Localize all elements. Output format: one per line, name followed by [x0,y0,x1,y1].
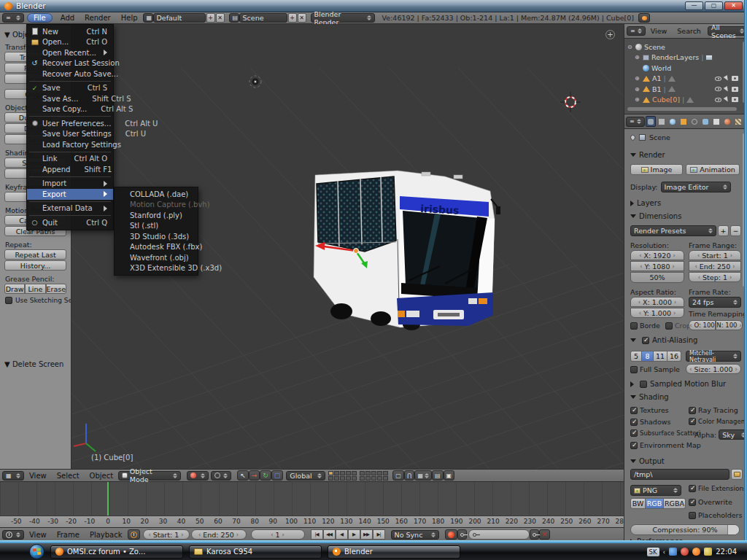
pivot-select[interactable] [211,471,231,481]
output-path-field[interactable]: /tmp\ [630,469,729,480]
frame-rate-select[interactable]: 24 fps [689,297,741,308]
delete-keyframe-button[interactable]: ✕ [539,529,551,540]
viewport-editor-selector[interactable]: ▦ [2,471,24,481]
tool-button-erase[interactable]: Erase [46,284,66,294]
alpha-select[interactable]: Sky [719,429,747,440]
menu-item-recover-auto-save[interactable]: Recover Auto Save... [27,69,113,79]
layer-toggle[interactable] [340,471,345,475]
manipulator-arrow-toggle[interactable]: → [249,470,260,481]
expander-icon[interactable]: ⊕ [635,96,640,103]
subsurface-checkbox[interactable] [630,429,638,437]
aa-samples-8-button[interactable]: 8 [642,351,654,362]
outliner-filter-select[interactable]: All Scenes [708,26,747,36]
snap-magnet-toggle[interactable]: U [404,470,415,481]
menu-item-open-recent[interactable]: Open Recent... [27,47,113,58]
outliner-menu-search[interactable]: Search [677,27,701,35]
menu-item-collada-dae[interactable]: COLLADA (.dae) [115,189,198,200]
expander-icon[interactable]: ⊖ [627,44,633,50]
play-reverse-icon[interactable]: ◀ [336,529,348,540]
tab-scene[interactable] [657,116,667,127]
layer-toggle[interactable] [377,476,382,481]
layer-toggle[interactable] [365,471,371,475]
editor-type-selector[interactable]: ≡ [2,13,24,23]
visibility-eye-icon[interactable] [715,87,721,91]
screen-browse-button[interactable]: ▦ [143,13,153,23]
layer-toggle[interactable] [346,476,351,481]
viewport-menu-object[interactable]: Object [90,472,114,480]
snap-mode-select[interactable]: ▦ [414,470,432,481]
menu-file[interactable]: File [27,13,53,23]
layer-toggle[interactable] [365,476,371,481]
layer-toggle[interactable] [360,471,365,475]
timeline-editor-selector[interactable] [2,530,24,540]
prev-keyframe-icon[interactable]: ◀◀ [323,529,336,540]
taskbar-item-blender[interactable]: Blender [328,545,460,559]
render-animation-button[interactable]: Animation [686,164,740,175]
layers-grid-2[interactable] [360,471,388,481]
layer-toggle[interactable] [383,471,388,475]
close-button[interactable]: ✕ [724,1,743,10]
visibility-eye-icon[interactable] [715,98,721,102]
insert-keyframe-button[interactable] [530,529,539,540]
layers-grid-1[interactable] [328,471,357,481]
current-frame-field[interactable]: ‹1› [251,529,305,540]
tab-constraints[interactable] [689,116,700,127]
render-presets-select[interactable]: Render Presets [630,225,716,236]
add-screen-button[interactable]: + [206,13,215,23]
layer-toggle[interactable] [346,471,351,475]
tray-antivirus-icon[interactable] [681,548,689,556]
pin-icon[interactable] [630,134,637,141]
dimensions-panel-header[interactable]: Dimensions [630,212,747,220]
timeline-ruler[interactable]: -50-40-30-20-100102030405060708090100110… [0,516,624,527]
layer-toggle[interactable] [334,471,339,475]
add-scene-button[interactable]: + [288,13,297,23]
delete-screen-panel-header[interactable]: ▼ Delete Screen [4,360,63,368]
menu-item-stl-stl[interactable]: Stl (.stl) [115,221,198,232]
outliner-menu-view[interactable]: View [651,27,667,35]
menu-item-quit[interactable]: ○QuitCtrl Q [27,217,113,228]
menu-item-save-as[interactable]: Save As...Shift Ctrl S [27,93,113,104]
layer-toggle[interactable] [334,476,339,481]
file-extensions-checkbox[interactable] [689,485,696,492]
menu-item-x3d-extensible-3d-x3d[interactable]: X3D Extensible 3D (.x3d) [115,263,198,274]
tray-update-icon[interactable] [704,548,712,556]
sync-select[interactable]: No Sync [391,530,439,540]
tool-button-draw[interactable]: Draw [4,284,25,294]
tab-data[interactable] [711,116,721,127]
menu-item-import[interactable]: Import [27,179,113,190]
timeline-track-area[interactable] [0,482,624,516]
outliner-item-b1[interactable]: ⊕B1| [627,84,738,94]
add-preset-button[interactable]: + [718,225,729,236]
lock-to-scene-toggle[interactable]: ▢ [392,470,404,481]
tab-world[interactable] [667,116,678,127]
color-management-checkbox[interactable] [689,418,696,425]
overwrite-checkbox[interactable] [689,499,696,506]
menu-item-recover-last-session[interactable]: ↺Recover Last Session [27,58,113,69]
motion-blur-panel-header[interactable]: Sampled Motion Blur [630,380,747,388]
format-select[interactable]: PNG [630,485,681,496]
tool-button-history[interactable]: History... [4,260,66,271]
lamp-object[interactable] [249,76,261,88]
outliner-item-scene[interactable]: ⊖Scene [627,42,738,52]
scene-field[interactable]: Scene [239,13,287,23]
menu-item-save[interactable]: ✓SaveCtrl S [27,83,113,94]
delete-scene-button[interactable]: ✕ [298,13,306,23]
remap-old-field[interactable]: ‹O: 100 [689,320,716,330]
compression-slider[interactable]: Compression: 90% [630,524,740,535]
layer-toggle[interactable] [371,471,376,475]
keying-icon-button[interactable] [457,529,467,540]
channel-rgba-button[interactable]: RGBA [664,498,686,509]
motion-blur-checkbox[interactable] [640,381,647,388]
timeline-menu-playback[interactable]: Playback [90,531,123,539]
start-button[interactable] [29,544,44,559]
use-preview-range-toggle[interactable] [128,529,140,540]
tab-modifiers[interactable] [700,116,711,127]
play-icon[interactable]: ▶ [348,529,360,540]
shading-panel-header[interactable]: Shading [630,393,747,401]
remove-preset-button[interactable]: − [730,225,741,236]
menu-item-link[interactable]: LinkCtrl Alt O [27,154,113,165]
mode-select[interactable]: Object Mode [118,471,181,481]
tray-expand-icon[interactable]: ‹ [663,548,666,556]
tab-texture[interactable] [733,116,743,127]
bus-model[interactable]: irisbus [314,171,500,330]
